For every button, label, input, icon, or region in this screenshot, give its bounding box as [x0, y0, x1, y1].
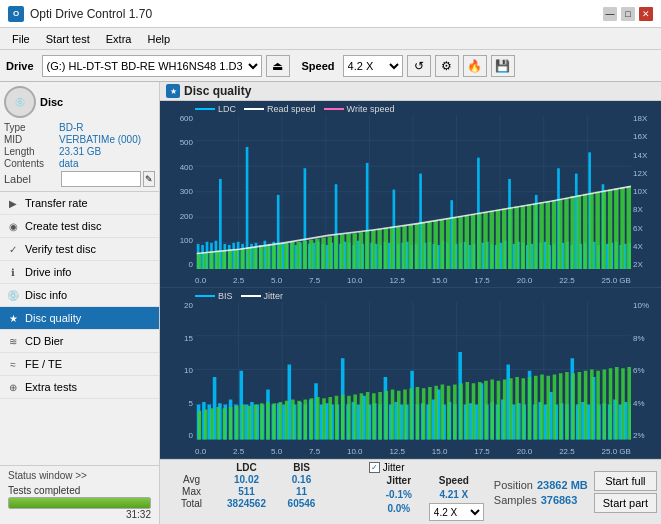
stats-max-label: Max	[164, 486, 219, 497]
y-label-600: 600	[180, 115, 193, 123]
nav-disc-info-label: Disc info	[25, 289, 67, 301]
svg-rect-150	[328, 236, 332, 269]
nav-fe-te[interactable]: ≈ FE / TE	[0, 353, 159, 376]
disc-label-input[interactable]	[61, 171, 141, 187]
svg-rect-338	[472, 384, 476, 440]
bottom-y-axis-right: 10% 8% 6% 4% 2%	[631, 302, 661, 440]
y-label-100: 100	[180, 237, 193, 245]
svg-rect-130	[203, 252, 207, 269]
svg-rect-160	[390, 227, 394, 270]
svg-rect-171	[458, 216, 462, 269]
svg-rect-351	[553, 375, 557, 440]
stats-table: LDC BIS Avg 10.02 0.16 Max 511 11 Total …	[164, 462, 363, 522]
nav-fe-te-label: FE / TE	[25, 358, 62, 370]
maximize-button[interactable]: □	[621, 7, 635, 21]
drive-info-icon: ℹ	[6, 267, 20, 278]
chart-title: Disc quality	[184, 84, 251, 98]
svg-rect-337	[465, 382, 469, 440]
svg-rect-295	[204, 410, 208, 440]
position-row: Position 23862 MB	[494, 479, 588, 491]
x-22-5: 22.5	[559, 276, 575, 285]
nav-cd-bier[interactable]: ≋ CD Bier	[0, 330, 159, 353]
menu-help[interactable]: Help	[139, 32, 178, 46]
legend-bis-label: BIS	[218, 291, 233, 301]
svg-rect-139	[259, 246, 263, 269]
svg-rect-313	[316, 397, 320, 440]
stats-avg-label: Avg	[164, 474, 219, 485]
settings-button[interactable]: ⚙	[435, 55, 459, 77]
by-label-2pct: 2%	[633, 432, 645, 440]
legend-ldc-label: LDC	[218, 104, 236, 114]
progress-time: 31:32	[8, 509, 151, 520]
menu-start-test[interactable]: Start test	[38, 32, 98, 46]
bx-17-5: 17.5	[474, 447, 490, 456]
svg-rect-308	[285, 401, 289, 440]
svg-rect-325	[391, 390, 395, 440]
refresh-button[interactable]: ↺	[407, 55, 431, 77]
legend-write-speed-dot	[324, 108, 344, 110]
nav-extra-tests[interactable]: ⊕ Extra tests	[0, 376, 159, 399]
disc-length-row: Length 23.31 GB	[4, 146, 155, 157]
by-label-0: 0	[189, 432, 193, 440]
disc-icon: 💿	[4, 86, 36, 118]
x-0: 0.0	[195, 276, 206, 285]
svg-rect-173	[471, 214, 475, 269]
title-bar-left: O Opti Drive Control 1.70	[8, 6, 152, 22]
svg-rect-156	[365, 231, 369, 269]
svg-rect-184	[539, 202, 543, 269]
svg-rect-190	[577, 195, 581, 270]
y-label-14x: 14X	[633, 152, 647, 160]
drive-label: Drive	[6, 60, 34, 72]
svg-rect-186	[552, 200, 556, 269]
nav-create-test-disc[interactable]: ◉ Create test disc	[0, 215, 159, 238]
menu-file[interactable]: File	[4, 32, 38, 46]
menu-extra[interactable]: Extra	[98, 32, 140, 46]
svg-rect-319	[353, 395, 357, 440]
eject-button[interactable]: ⏏	[266, 55, 290, 77]
start-part-button[interactable]: Start part	[594, 493, 657, 513]
nav-verify-test-disc[interactable]: ✓ Verify test disc	[0, 238, 159, 261]
svg-rect-188	[564, 198, 568, 269]
speed-select[interactable]: 4.2 X	[343, 55, 403, 77]
svg-rect-146	[303, 241, 307, 270]
legend-jitter-label: Jitter	[264, 291, 284, 301]
stats-total-row: Total 3824562 60546	[164, 498, 363, 509]
progress-label: Tests completed	[8, 485, 151, 496]
stats-panel: LDC BIS Avg 10.02 0.16 Max 511 11 Total …	[160, 459, 661, 524]
chart-header: ★ Disc quality	[160, 82, 661, 101]
disc-label-btn[interactable]: ✎	[143, 171, 155, 187]
speed-select-small[interactable]: 4.2 X	[429, 503, 484, 521]
svg-rect-176	[490, 211, 494, 270]
svg-rect-129	[197, 253, 201, 269]
nav-disc-quality[interactable]: ★ Disc quality	[0, 307, 159, 330]
nav-drive-info-label: Drive info	[25, 266, 71, 278]
nav-extra-tests-label: Extra tests	[25, 381, 77, 393]
svg-rect-133	[222, 250, 226, 269]
svg-rect-304	[260, 404, 264, 440]
svg-rect-330	[422, 389, 426, 440]
transfer-rate-icon: ▶	[6, 198, 20, 209]
burn-button[interactable]: 🔥	[463, 55, 487, 77]
nav-drive-info[interactable]: ℹ Drive info	[0, 261, 159, 284]
nav-create-test-disc-label: Create test disc	[25, 220, 101, 232]
nav-transfer-rate[interactable]: ▶ Transfer rate	[0, 192, 159, 215]
legend-bis-dot	[195, 295, 215, 297]
save-button[interactable]: 💾	[491, 55, 515, 77]
minimize-button[interactable]: —	[603, 7, 617, 21]
right-panel: ★ Disc quality LDC Read speed	[160, 82, 661, 524]
start-full-button[interactable]: Start full	[594, 471, 657, 491]
stats-avg-row: Avg 10.02 0.16	[164, 474, 363, 485]
drive-select[interactable]: (G:) HL-DT-ST BD-RE WH16NS48 1.D3	[42, 55, 262, 77]
jitter-avg-val: -0.1%	[369, 489, 429, 500]
jitter-checkbox[interactable]: ✓	[369, 462, 380, 473]
svg-rect-169	[446, 218, 450, 269]
top-chart-legend: LDC Read speed Write speed	[195, 104, 394, 114]
nav-disc-info[interactable]: 💿 Disc info	[0, 284, 159, 307]
svg-rect-300	[235, 406, 239, 440]
close-button[interactable]: ✕	[639, 7, 653, 21]
nav-items: ▶ Transfer rate ◉ Create test disc ✓ Ver…	[0, 192, 159, 465]
svg-rect-310	[297, 401, 301, 440]
svg-rect-140	[265, 245, 269, 270]
status-window-button[interactable]: Status window >>	[4, 468, 155, 483]
top-y-axis-left: 600 500 400 300 200 100 0	[160, 115, 195, 269]
